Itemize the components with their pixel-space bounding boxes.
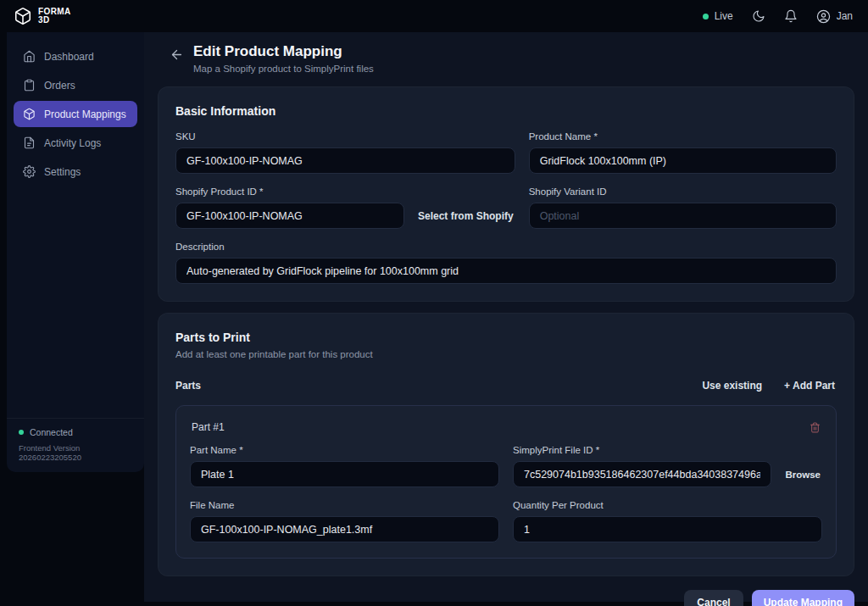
product-name-label: Product Name * [529,131,837,142]
delete-part-button[interactable] [810,422,821,433]
cube-logo-icon [14,7,32,25]
sidebar-item-label: Activity Logs [44,137,101,149]
part-title: Part #1 [192,421,225,433]
part-name-input[interactable] [190,461,499,487]
back-button[interactable] [170,47,184,62]
basic-information-title: Basic Information [175,104,837,118]
select-from-shopify-button[interactable]: Select from Shopify [416,207,515,225]
gear-icon [23,165,36,178]
parts-subtitle: Add at least one printable part for this… [175,349,837,359]
sidebar-item-orders[interactable]: Orders [14,72,137,98]
shopify-product-id-label: Shopify Product ID * [175,186,515,197]
description-input[interactable] [175,258,837,284]
description-field-group: Description [175,242,837,284]
cube-icon [23,108,36,120]
file-text-icon [23,136,36,149]
brand-name: FORMA 3D [38,8,71,25]
frontend-version: Frontend Version 20260223205520 [19,443,132,462]
user-menu-button[interactable]: Jan [816,9,853,24]
shopify-variant-id-field-group: Shopify Variant ID [529,186,837,229]
topbar: FORMA 3D Live [0,0,868,32]
user-name: Jan [837,10,853,22]
brand-logo: FORMA 3D [14,7,71,25]
file-name-field-group: File Name [190,500,499,542]
connected-label: Connected [30,427,73,437]
live-status-label: Live [715,10,733,22]
part-name-field-group: Part Name * [190,445,499,487]
product-name-input[interactable] [529,147,837,174]
shopify-product-id-field-group: Shopify Product ID * Select from Shopify [175,186,515,229]
browse-button[interactable]: Browse [783,466,822,483]
page-header: Edit Product Mapping Map a Shopify produ… [158,40,854,75]
update-mapping-button[interactable]: Update Mapping [752,590,854,606]
notifications-button[interactable] [784,9,798,23]
brand-line2: 3D [38,16,71,25]
page-subtitle: Map a Shopify product to SimplyPrint fil… [193,64,374,74]
sidebar-item-label: Settings [44,166,81,178]
moon-icon [752,9,765,23]
product-name-field-group: Product Name * [529,131,837,174]
connection-status: Connected [19,427,132,437]
sidebar-item-settings[interactable]: Settings [14,158,137,185]
live-status-dot [703,14,709,19]
form-actions: Cancel Update Mapping [158,590,854,606]
sidebar-item-product-mappings[interactable]: Product Mappings [14,101,137,127]
quantity-field-group: Quantity Per Product [513,500,822,542]
connected-dot [19,430,24,435]
file-id-label: SimplyPrint File ID * [513,445,822,455]
file-name-label: File Name [190,500,499,510]
parts-to-print-card: Parts to Print Add at least one printabl… [158,313,854,576]
sidebar-item-dashboard[interactable]: Dashboard [14,43,137,69]
part-item-1: Part #1 Part Name * [175,405,837,559]
sidebar-item-label: Product Mappings [44,108,126,120]
file-name-input[interactable] [190,516,499,542]
quantity-label: Quantity Per Product [513,500,822,510]
cancel-button[interactable]: Cancel [684,590,743,606]
sidebar: Dashboard Orders Product [7,32,144,472]
description-label: Description [175,242,837,252]
use-existing-button[interactable]: Use existing [700,376,764,395]
shopify-variant-id-input[interactable] [529,203,837,229]
sidebar-status: Connected Frontend Version 2026022320552… [7,418,144,472]
add-part-button[interactable]: + Add Part [782,376,837,395]
sidebar-item-label: Dashboard [44,51,94,63]
sku-field-group: SKU [175,131,515,174]
trash-icon [810,422,821,433]
shopify-variant-id-label: Shopify Variant ID [529,186,837,197]
parts-title: Parts to Print [175,331,837,344]
file-id-input[interactable] [513,461,771,487]
quantity-input[interactable] [513,516,822,542]
sidebar-item-label: Orders [44,80,75,92]
parts-list-label: Parts [175,380,201,392]
live-status: Live [703,10,733,22]
basic-information-card: Basic Information SKU Product Name * Sho… [158,86,854,302]
arrow-left-icon [170,47,184,62]
sku-label: SKU [175,131,515,142]
sidebar-nav: Dashboard Orders Product [7,41,144,187]
theme-toggle-button[interactable] [752,9,765,23]
part-name-label: Part Name * [190,445,499,455]
main-content: Edit Product Mapping Map a Shopify produ… [144,32,868,602]
file-id-field-group: SimplyPrint File ID * Browse [513,445,822,487]
sidebar-item-activity-logs[interactable]: Activity Logs [14,130,137,156]
home-icon [23,50,36,63]
bell-icon [784,9,798,23]
page-title: Edit Product Mapping [193,43,374,60]
clipboard-icon [23,79,36,92]
shopify-product-id-input[interactable] [175,203,404,229]
user-circle-icon [816,9,831,24]
sku-input[interactable] [175,147,515,174]
